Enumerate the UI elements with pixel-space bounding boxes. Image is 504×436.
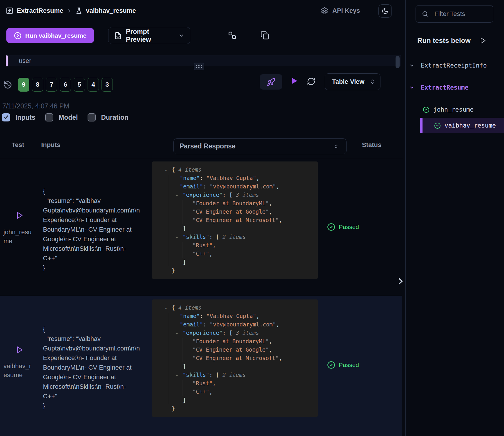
- check-circle-icon: [327, 223, 335, 231]
- parsed-response-viewer[interactable]: ⌄{ 4 items"name": "Vaibhav Gupta","email…: [152, 299, 318, 417]
- sidebar-group-ExtractResume[interactable]: ExtractResume: [406, 84, 504, 91]
- role-accent-bar: [6, 55, 8, 66]
- filter-tests-input[interactable]: [434, 10, 484, 18]
- run-tests-label: Run tests below: [417, 37, 471, 45]
- collapse-chevron-icon[interactable]: ⌄: [176, 232, 178, 241]
- play-circle-icon: [14, 32, 21, 39]
- parsed-response-viewer[interactable]: ⌄{ 4 items"name": "Vaibhav Gupta","email…: [152, 161, 318, 279]
- json-line: }: [152, 266, 318, 275]
- run-history-pill[interactable]: 8: [32, 78, 43, 92]
- indent-guide: [182, 242, 182, 258]
- run-history-pill[interactable]: 3: [101, 78, 113, 92]
- refresh-icon[interactable]: [307, 77, 316, 86]
- gear-icon: [321, 7, 328, 14]
- filter-tests-field[interactable]: [416, 5, 493, 23]
- test-name-label: john_resume: [433, 106, 474, 113]
- json-line: "CV Engineer at Google",: [152, 346, 318, 354]
- json-line: ]: [152, 362, 318, 371]
- history-icon[interactable]: [3, 81, 12, 89]
- sidebar-group-ExtractReceiptInfo[interactable]: ExtractReceiptInfo: [406, 62, 504, 69]
- function-icon: [6, 7, 13, 14]
- sidebar-test-vaibhav_resume[interactable]: vaibhav_resume: [420, 118, 504, 133]
- checkbox-label: Inputs: [15, 114, 35, 121]
- group-name-label: ExtractResume: [421, 84, 468, 91]
- run-history-pill[interactable]: 4: [88, 78, 99, 92]
- theme-toggle-button[interactable]: [378, 4, 392, 18]
- drag-dots-icon: [196, 65, 197, 66]
- scrollbar-thumb[interactable]: [396, 56, 400, 68]
- run-row-play-button[interactable]: [15, 211, 23, 220]
- parsed-response-select[interactable]: Parsed Response: [173, 138, 347, 154]
- column-filter-row: Inputs Model Duration: [2, 113, 128, 121]
- prompt-preview-label: Prompt Preview: [126, 28, 174, 43]
- checkbox-model[interactable]: Model: [45, 113, 78, 121]
- prompt-role-label: user: [19, 57, 31, 65]
- rocket-icon: [267, 78, 275, 86]
- status-badge: Passed: [327, 361, 359, 369]
- status-label: Passed: [339, 361, 359, 368]
- play-outline-icon: [479, 37, 486, 44]
- parsed-response-label: Parsed Response: [180, 142, 235, 150]
- collapse-chevron-icon[interactable]: ⌄: [165, 303, 167, 312]
- breadcrumb-function[interactable]: ExtractResume: [17, 7, 63, 14]
- play-button[interactable]: [290, 77, 299, 85]
- json-line: "name": "Vaibhav Gupta",: [152, 174, 318, 182]
- chevron-down-icon: [178, 33, 184, 39]
- search-icon: [422, 10, 429, 17]
- sidebar-test-john_resume[interactable]: john_resume: [406, 106, 504, 113]
- run-history-pill[interactable]: 9: [18, 78, 29, 92]
- json-line: "C++",: [152, 388, 318, 396]
- indent-guide: [182, 338, 182, 362]
- json-line: "Rust",: [152, 241, 318, 250]
- check-circle-icon: [327, 361, 335, 369]
- app-window: ExtractResume vaibhav_resume API Keys: [0, 0, 504, 436]
- json-line: ⌄"skills": [ 2 items: [152, 233, 318, 241]
- breadcrumb-test[interactable]: vaibhav_resume: [86, 7, 136, 14]
- collapse-chevron-icon[interactable]: ⌄: [165, 165, 167, 174]
- collapse-chevron-icon[interactable]: ⌄: [176, 328, 178, 337]
- prompt-preview-dropdown[interactable]: Prompt Preview: [108, 27, 190, 44]
- api-keys-button[interactable]: API Keys: [321, 7, 360, 14]
- view-mode-label: Table View: [332, 78, 365, 86]
- json-line: "Founder at BoundaryML",: [152, 199, 318, 208]
- json-line: ⌄"experience": [ 3 items: [152, 191, 318, 199]
- json-line: "CV Engineer at Microsoft",: [152, 354, 318, 362]
- view-mode-select[interactable]: Table View: [325, 73, 380, 90]
- checkbox-inputs[interactable]: Inputs: [2, 113, 35, 121]
- file-code-icon: [114, 32, 122, 39]
- test-name-cell[interactable]: john_resume: [3, 228, 34, 246]
- checkbox-duration[interactable]: Duration: [88, 113, 128, 121]
- run-history-list: 9876543: [18, 78, 113, 92]
- json-line: "Founder at BoundaryML",: [152, 337, 318, 346]
- checkbox-label: Duration: [101, 114, 128, 121]
- run-history-pill[interactable]: 5: [74, 78, 85, 92]
- collapse-chevron-icon[interactable]: ⌄: [176, 370, 178, 379]
- workflow-icon[interactable]: [228, 31, 237, 40]
- test-name-cell[interactable]: vaibhav_resume: [3, 361, 34, 379]
- check-circle-icon: [423, 106, 429, 113]
- table-row[interactable]: vaibhav_resume { "resume": "Vaibhav Gupt…: [0, 296, 402, 436]
- copy-icon[interactable]: [260, 31, 269, 40]
- run-history-pill[interactable]: 6: [60, 78, 71, 92]
- json-line: "email": "vbv@boundaryml.com",: [152, 320, 318, 329]
- rocket-button[interactable]: [260, 74, 282, 90]
- checkbox-label: Model: [59, 114, 78, 121]
- json-line: ⌄{ 4 items: [152, 304, 318, 312]
- json-line: }: [152, 404, 318, 413]
- status-label: Passed: [339, 224, 359, 230]
- run-tests-below-button[interactable]: Run tests below: [417, 37, 493, 45]
- main-panel: ExtractResume vaibhav_resume API Keys: [0, 0, 406, 436]
- expand-panel-chevron[interactable]: [396, 275, 405, 287]
- json-line: ⌄{ 4 items: [152, 166, 318, 174]
- resize-drag-handle[interactable]: [194, 63, 204, 70]
- json-line: "CV Engineer at Microsoft",: [152, 216, 318, 224]
- run-history-pill[interactable]: 7: [46, 78, 57, 92]
- json-line: ]: [152, 224, 318, 233]
- run-row-play-button[interactable]: [15, 345, 23, 355]
- table-row[interactable]: john_resume { "resume": "Vaibhav Gupta\n…: [0, 158, 402, 296]
- collapse-chevron-icon[interactable]: ⌄: [176, 190, 178, 199]
- check-circle-icon: [434, 122, 441, 129]
- json-line: "CV Engineer at Google",: [152, 208, 318, 216]
- run-test-button[interactable]: Run vaibhav_resume: [6, 28, 94, 43]
- test-explorer-sidebar: Run tests below ExtractReceiptInfoExtrac…: [406, 0, 504, 436]
